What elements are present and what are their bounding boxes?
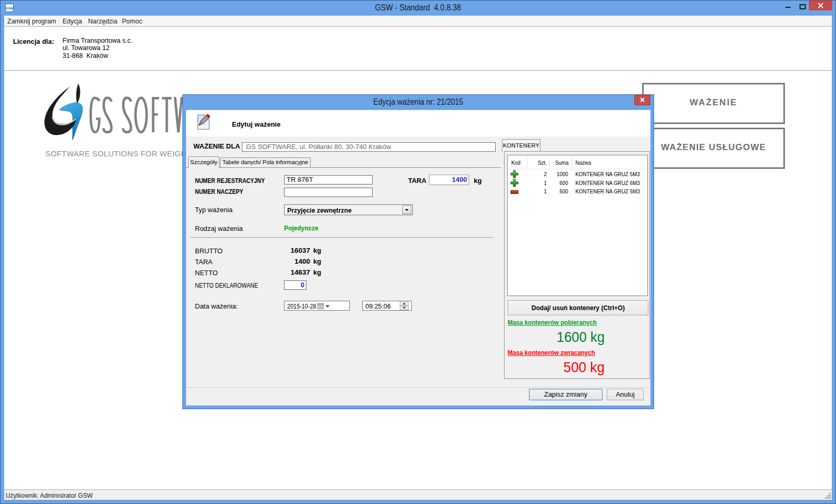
- svg-text:SOFTWARE SOLUTIONS FOR WEIGHIN: SOFTWARE SOLUTIONS FOR WEIGHING IN: [45, 150, 193, 158]
- svg-text:GSW: GSW: [6, 7, 13, 10]
